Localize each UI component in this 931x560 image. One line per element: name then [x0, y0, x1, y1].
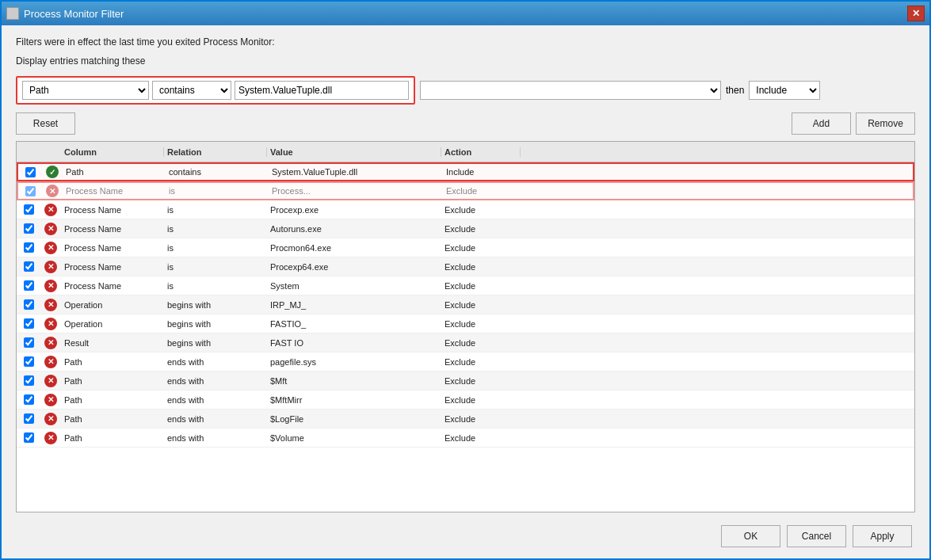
row-icon-cell: ✕: [40, 280, 61, 292]
row-icon-cell: ✕: [40, 318, 61, 330]
row-checkbox[interactable]: [24, 223, 34, 234]
cancel-button[interactable]: Cancel: [787, 525, 846, 547]
row-action: Exclude: [441, 281, 521, 291]
extra-value-select[interactable]: [420, 81, 721, 100]
row-checkbox[interactable]: [24, 261, 34, 272]
table-row[interactable]: ✕Operationbegins withFASTIO_Exclude: [17, 314, 914, 333]
red-x-icon: ✕: [46, 185, 59, 197]
row-checkbox[interactable]: [24, 337, 34, 348]
row-column: Process Name: [63, 186, 166, 196]
table-row[interactable]: ✕Resultbegins withFAST IOExclude: [17, 333, 914, 352]
row-relation: begins with: [164, 319, 267, 329]
row-checkbox[interactable]: [24, 204, 34, 215]
row-relation: begins with: [164, 300, 267, 310]
row-checkbox-cell: [17, 337, 40, 348]
row-checkbox-cell: [17, 204, 40, 215]
row-column: Process Name: [61, 243, 164, 253]
table-row[interactable]: ✕Operationbegins withIRP_MJ_Exclude: [17, 295, 914, 314]
green-check-icon: ✓: [46, 166, 59, 178]
table-row[interactable]: ✕Process NameisAutoruns.exeExclude: [17, 219, 914, 238]
red-x-icon: ✕: [44, 280, 57, 292]
red-x-icon: ✕: [44, 242, 57, 254]
column-select[interactable]: Path Process Name Operation Result Detai…: [22, 81, 149, 100]
row-checkbox[interactable]: [25, 186, 36, 196]
table-row[interactable]: ✕Process NameisProcess...Exclude: [17, 181, 914, 200]
row-icon-cell: ✕: [40, 299, 61, 311]
row-icon-cell: ✓: [42, 166, 63, 178]
red-x-icon: ✕: [44, 356, 57, 368]
reset-button[interactable]: Reset: [16, 112, 75, 135]
window-title: Process Monitor Filter: [24, 8, 124, 20]
row-relation: ends with: [164, 414, 267, 424]
relation-select[interactable]: contains is is not less than greater tha…: [152, 81, 231, 100]
row-checkbox[interactable]: [24, 413, 34, 424]
row-checkbox[interactable]: [24, 394, 34, 405]
row-column: Path: [61, 395, 164, 405]
filter-row-highlighted: Path Process Name Operation Result Detai…: [16, 76, 415, 105]
row-value: Procexp64.exe: [267, 262, 441, 272]
title-bar: Process Monitor Filter ✕: [2, 2, 929, 25]
row-icon-cell: ✕: [40, 261, 61, 273]
row-checkbox-cell: [17, 356, 40, 367]
action-select[interactable]: Include Exclude: [749, 81, 820, 100]
table-row[interactable]: ✕Pathends with$MftExclude: [17, 371, 914, 390]
row-checkbox[interactable]: [24, 356, 34, 367]
row-checkbox[interactable]: [24, 280, 34, 291]
value-input[interactable]: System.ValueTuple.dll: [235, 81, 409, 100]
row-action: Exclude: [441, 205, 521, 215]
row-checkbox[interactable]: [24, 432, 34, 443]
ok-button[interactable]: OK: [721, 525, 780, 547]
row-column: Path: [63, 167, 166, 177]
row-checkbox[interactable]: [24, 299, 34, 310]
row-value: FAST IO: [267, 338, 441, 348]
red-x-icon: ✕: [44, 261, 57, 273]
close-button[interactable]: ✕: [907, 6, 925, 21]
row-checkbox-cell: [17, 375, 40, 386]
row-relation: is: [164, 243, 267, 253]
row-value: IRP_MJ_: [267, 300, 441, 310]
row-icon-cell: ✕: [40, 394, 61, 406]
row-value: $Mft: [267, 376, 441, 386]
table-row[interactable]: ✕Pathends with$LogFileExclude: [17, 410, 914, 429]
add-remove-group: Add Remove: [792, 112, 915, 135]
row-value: $LogFile: [267, 414, 441, 424]
row-relation: ends with: [164, 357, 267, 367]
row-checkbox[interactable]: [24, 242, 34, 253]
row-checkbox[interactable]: [25, 167, 36, 177]
row-checkbox[interactable]: [24, 375, 34, 386]
table-row[interactable]: ✕Pathends withpagefile.sysExclude: [17, 352, 914, 371]
remove-button[interactable]: Remove: [856, 112, 915, 135]
then-label: then: [726, 85, 744, 96]
table-row[interactable]: ✕Process NameisProcexp64.exeExclude: [17, 257, 914, 276]
table-row[interactable]: ✕Process NameisSystemExclude: [17, 276, 914, 295]
table-row[interactable]: ✕Pathends with$MftMirrExclude: [17, 390, 914, 410]
row-icon-cell: ✕: [40, 337, 61, 349]
row-value: $MftMirr: [267, 395, 441, 405]
th-value: Value: [267, 147, 441, 157]
row-column: Path: [61, 357, 164, 367]
row-checkbox[interactable]: [24, 318, 34, 329]
row-action: Exclude: [441, 319, 521, 329]
filter-table: Column Relation Value Action ✓Pathcontai…: [16, 141, 915, 512]
row-action: Exclude: [441, 395, 521, 405]
row-relation: is: [166, 186, 269, 196]
apply-button[interactable]: Apply: [853, 525, 912, 547]
red-x-icon: ✕: [44, 223, 57, 235]
row-value: Procexp.exe: [267, 205, 441, 215]
table-row[interactable]: ✕Pathends with$VolumeExclude: [17, 429, 914, 448]
add-button[interactable]: Add: [792, 112, 851, 135]
row-value: System.ValueTuple.dll: [269, 167, 443, 177]
row-action: Exclude: [441, 414, 521, 424]
row-value: System: [267, 281, 441, 291]
table-row[interactable]: ✕Process NameisProcmon64.exeExclude: [17, 238, 914, 257]
row-value: Autoruns.exe: [267, 224, 441, 234]
row-checkbox-cell: [17, 394, 40, 405]
row-action: Exclude: [441, 224, 521, 234]
table-row[interactable]: ✓PathcontainsSystem.ValueTuple.dllInclud…: [17, 162, 914, 181]
row-checkbox-cell: [17, 261, 40, 272]
row-icon-cell: ✕: [40, 413, 61, 425]
row-icon-cell: ✕: [40, 356, 61, 368]
row-checkbox-cell: [17, 432, 40, 443]
table-row[interactable]: ✕Process NameisProcexp.exeExclude: [17, 200, 914, 219]
row-column: Path: [61, 433, 164, 443]
